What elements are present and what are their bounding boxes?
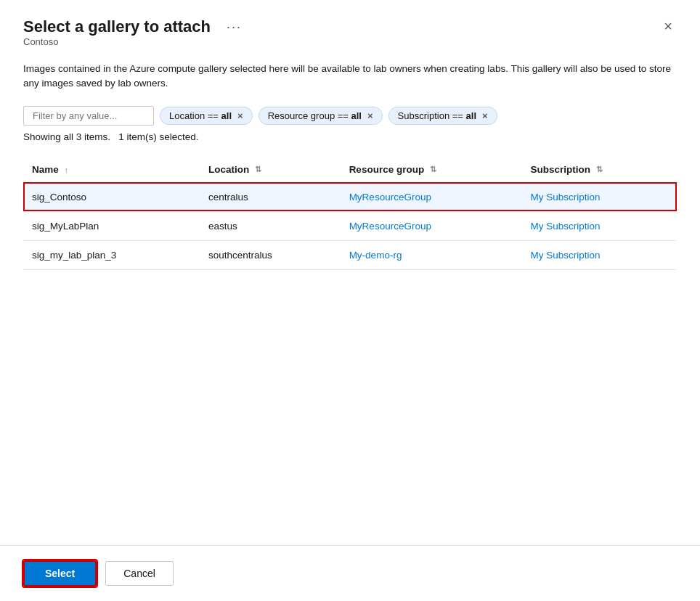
cell-resource-group[interactable]: MyResourceGroup xyxy=(341,182,522,211)
sort-icon-location: ⇅ xyxy=(255,165,261,174)
col-header-location[interactable]: Location ⇅ xyxy=(200,157,341,183)
cell-subscription[interactable]: My Subscription xyxy=(521,182,677,211)
filter-chip-subscription-label: Subscription == all xyxy=(398,110,476,121)
description-text: Images contained in the Azure compute ga… xyxy=(23,62,677,91)
table-header: Name ↑ Location ⇅ Resource group ⇅ Subsc… xyxy=(23,157,677,183)
showing-text: Showing all 3 items. 1 item(s) selected. xyxy=(23,131,677,142)
table-row[interactable]: sig_my_lab_plan_3southcentralusMy-demo-r… xyxy=(23,240,677,269)
dialog-header: Select a gallery to attach ··· Contoso × xyxy=(23,17,677,59)
table-row[interactable]: sig_MyLabPlaneastusMyResourceGroupMy Sub… xyxy=(23,211,677,240)
ellipsis-button[interactable]: ··· xyxy=(222,18,246,36)
resource-group-link[interactable]: MyResourceGroup xyxy=(349,221,431,232)
filter-bar: Location == all × Resource group == all … xyxy=(23,106,677,126)
cell-subscription[interactable]: My Subscription xyxy=(521,211,677,240)
select-button[interactable]: Select xyxy=(23,560,97,586)
resource-group-link[interactable]: My-demo-rg xyxy=(349,250,402,261)
dialog: Select a gallery to attach ··· Contoso ×… xyxy=(0,0,700,601)
close-button[interactable]: × xyxy=(659,17,677,35)
table-row[interactable]: sig_ContosocentralusMyResourceGroupMy Su… xyxy=(23,182,677,211)
filter-chip-location-close[interactable]: × xyxy=(237,111,243,120)
filter-chip-resourcegroup-label: Resource group == all xyxy=(268,110,362,121)
col-header-name[interactable]: Name ↑ xyxy=(23,157,200,183)
selected-count: 1 item(s) selected. xyxy=(118,131,198,142)
cancel-button[interactable]: Cancel xyxy=(105,561,174,586)
cell-location: eastus xyxy=(200,211,341,240)
sort-icon-name: ↑ xyxy=(65,165,69,174)
cell-location: centralus xyxy=(200,182,341,211)
sort-icon-subscription: ⇅ xyxy=(596,165,603,174)
filter-chip-subscription: Subscription == all × xyxy=(388,107,497,125)
filter-chip-location-label: Location == all xyxy=(169,110,232,121)
table-header-row: Name ↑ Location ⇅ Resource group ⇅ Subsc… xyxy=(23,157,677,183)
showing-count: Showing all 3 items. xyxy=(23,131,110,142)
col-header-subscription[interactable]: Subscription ⇅ xyxy=(521,157,677,183)
cell-name: sig_my_lab_plan_3 xyxy=(23,240,200,269)
cell-location: southcentralus xyxy=(200,240,341,269)
sort-icon-resourcegroup: ⇅ xyxy=(430,165,436,174)
resource-group-link[interactable]: MyResourceGroup xyxy=(349,192,431,203)
table-body: sig_ContosocentralusMyResourceGroupMy Su… xyxy=(23,182,677,269)
footer: Select Cancel xyxy=(0,545,700,601)
cell-resource-group[interactable]: My-demo-rg xyxy=(341,240,522,269)
content-area: Images contained in the Azure compute ga… xyxy=(23,62,677,328)
filter-chip-subscription-close[interactable]: × xyxy=(482,111,488,120)
dialog-title: Select a gallery to attach xyxy=(23,17,211,36)
filter-chip-resourcegroup: Resource group == all × xyxy=(259,107,383,125)
cell-resource-group[interactable]: MyResourceGroup xyxy=(341,211,522,240)
subscription-link[interactable]: My Subscription xyxy=(530,192,600,203)
gallery-table: Name ↑ Location ⇅ Resource group ⇅ Subsc… xyxy=(23,157,677,270)
filter-chip-location: Location == all × xyxy=(160,107,253,125)
dialog-subtitle: Contoso xyxy=(23,36,246,47)
cell-name: sig_MyLabPlan xyxy=(23,211,200,240)
filter-chip-resourcegroup-close[interactable]: × xyxy=(367,111,373,120)
cell-name: sig_Contoso xyxy=(23,182,200,211)
filter-input[interactable] xyxy=(23,106,154,126)
subscription-link[interactable]: My Subscription xyxy=(530,250,600,261)
cell-subscription[interactable]: My Subscription xyxy=(521,240,677,269)
subscription-link[interactable]: My Subscription xyxy=(530,221,600,232)
dialog-title-group: Select a gallery to attach ··· Contoso xyxy=(23,17,246,59)
col-header-resourcegroup[interactable]: Resource group ⇅ xyxy=(341,157,522,183)
